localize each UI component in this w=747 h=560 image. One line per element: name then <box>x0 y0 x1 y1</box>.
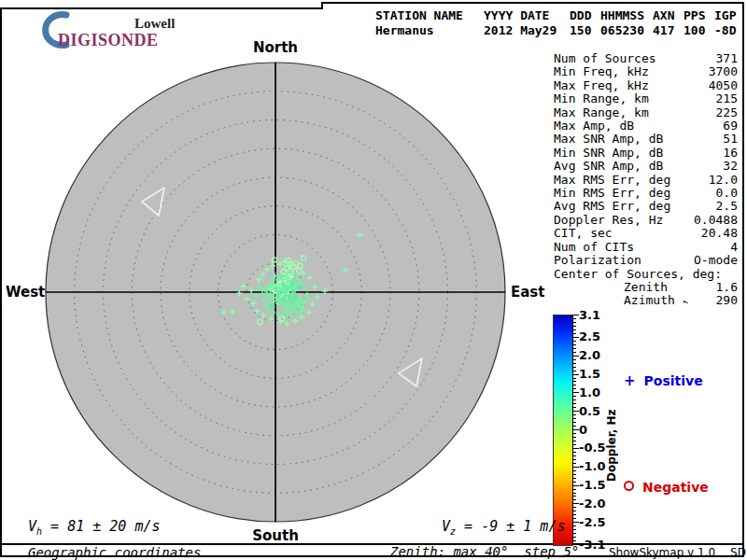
compass-label-west: West <box>6 284 41 301</box>
showskymap-window: Lowell DIGISONDE STATION NAME YYYY DATE … <box>0 0 747 560</box>
compass-label-north: North <box>253 39 298 56</box>
skymap-plot <box>0 0 747 560</box>
compass-label-south: South <box>252 527 299 544</box>
compass-label-east: East <box>511 284 544 301</box>
